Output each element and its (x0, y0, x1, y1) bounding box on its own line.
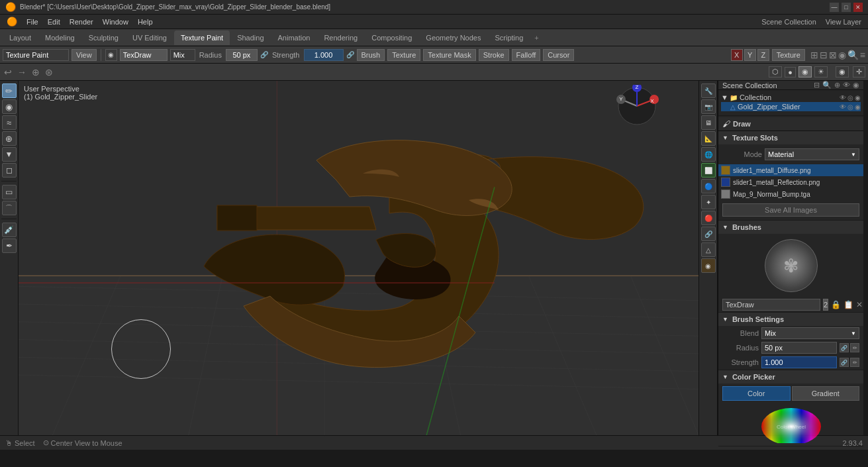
brush-icon[interactable]: ◉ (105, 49, 117, 61)
lasso-mask-tool[interactable]: ⌒ (2, 201, 17, 215)
strength-setting-value[interactable]: 1.000 (761, 356, 837, 368)
shading-solid-icon[interactable]: ● (785, 67, 796, 78)
obj-vis-select-icon[interactable]: ◎ (847, 103, 853, 111)
search-icon[interactable]: 🔍 (847, 50, 859, 60)
tab-uv-editing[interactable]: UV Editing (126, 30, 173, 45)
menu-edit[interactable]: Edit (44, 17, 64, 27)
prop-object-icon[interactable]: ⬜ (701, 163, 716, 178)
mode-selector[interactable]: Texture Paint (3, 49, 69, 61)
outliner-filter-icon[interactable]: ⊟ (814, 81, 820, 89)
tab-sculpting[interactable]: Sculpting (82, 30, 125, 45)
menu-window[interactable]: Window (99, 17, 132, 27)
scene-collection-row[interactable]: ▼ 📁 Collection 👁 ◎ ◉ (721, 93, 861, 102)
radius-pen-icon[interactable]: ✏ (850, 343, 859, 352)
obj-vis-render-icon[interactable]: ◉ (855, 103, 861, 111)
view-icon-1[interactable]: ⊞ (810, 50, 818, 60)
box-mask-tool[interactable]: ▭ (2, 185, 17, 199)
title-bar-controls[interactable]: — □ ✕ (830, 3, 863, 12)
shading-material-icon[interactable]: ◉ (798, 66, 812, 78)
view-icon-4[interactable]: ◉ (838, 50, 846, 60)
menu-render[interactable]: Render (66, 17, 97, 27)
prop-render-icon[interactable]: 📷 (701, 99, 716, 114)
overlay-icon[interactable]: ◉ (836, 66, 849, 78)
x-axis-button[interactable]: X (731, 49, 743, 61)
draw-tool[interactable]: ✏ (2, 83, 17, 98)
prop-constraint-icon[interactable]: 🔗 (701, 227, 716, 241)
texture-slot-2[interactable]: Map_9_Normal_Bump.tga (718, 188, 863, 200)
brush-lock-icon[interactable]: 🔒 (831, 300, 841, 309)
outliner-search-icon[interactable]: 🔍 (822, 81, 832, 89)
prop-scene-icon[interactable]: 🔧 (701, 83, 716, 98)
maximize-button[interactable]: □ (842, 3, 851, 12)
radius-link-icon[interactable]: 🔗 (840, 343, 849, 352)
tab-add-button[interactable]: + (530, 32, 542, 44)
shading-render-icon[interactable]: ☀ (814, 66, 828, 78)
tab-compositing[interactable]: Compositing (365, 30, 418, 45)
tab-animation[interactable]: Animation (271, 30, 317, 45)
viewport-header-icon-4[interactable]: ⊛ (44, 67, 54, 78)
strength-value[interactable]: 1.000 (304, 49, 344, 61)
vis-select-icon[interactable]: ◎ (847, 94, 853, 101)
strength-pen-icon[interactable]: ✏ (850, 358, 859, 367)
brush-name-input[interactable]: TexDraw (120, 49, 168, 61)
texture-button-2[interactable]: Texture (772, 49, 805, 61)
viewport-header-icon-3[interactable]: ⊕ (30, 67, 41, 78)
prop-modifier-icon[interactable]: 🔵 (701, 179, 716, 193)
prop-output-icon[interactable]: 🖥 (701, 115, 716, 130)
smear-tool[interactable]: ≈ (2, 115, 17, 130)
brushes-header[interactable]: ▼ Brushes (718, 221, 863, 234)
sample-color-tool[interactable]: 💉 (2, 223, 17, 237)
brush-copy-icon[interactable]: 📋 (844, 300, 853, 309)
radius-value[interactable]: 50 px (226, 49, 258, 61)
viewport[interactable]: User Perspective (1) Gold_Zipper_Slider … (19, 81, 699, 435)
tab-geometry-nodes[interactable]: Geometry Nodes (419, 30, 487, 45)
prop-world-icon[interactable]: 🌐 (701, 147, 716, 162)
color-tab-color[interactable]: Color (722, 386, 791, 401)
scene-name[interactable]: Scene Collection (757, 17, 820, 27)
shading-wire-icon[interactable]: ⬡ (769, 66, 782, 78)
prop-physics-icon[interactable]: 🔴 (701, 211, 716, 225)
tab-texture-paint[interactable]: Texture Paint (174, 30, 230, 45)
outliner-eye-icon[interactable]: 👁 (843, 81, 850, 89)
z-axis-button[interactable]: Z (757, 49, 769, 61)
cursor-button[interactable]: Cursor (543, 49, 574, 61)
outliner-add-icon[interactable]: ⊕ (834, 81, 840, 89)
filter-icon[interactable]: ≡ (860, 50, 865, 60)
object-row[interactable]: △ Gold_Zipper_Slider 👁 ◎ ◉ (721, 102, 861, 111)
viewport-header-icon-1[interactable]: ↩ (3, 67, 13, 78)
annotate-tool[interactable]: ✒ (2, 238, 17, 253)
viewport-header-icon-2[interactable]: → (16, 67, 28, 78)
prop-material-icon[interactable]: ◉ (701, 258, 716, 273)
strength-link-icon[interactable]: 🔗 (840, 358, 849, 367)
brush-delete-icon[interactable]: ✕ (856, 300, 863, 309)
view-icon-2[interactable]: ⊟ (820, 50, 828, 60)
brush-settings-header[interactable]: ▼ Brush Settings (718, 313, 863, 326)
view-button[interactable]: View (72, 49, 97, 61)
erase-tool[interactable]: ◻ (2, 163, 17, 178)
mode-value[interactable]: Material ▼ (765, 148, 859, 160)
vis-render-icon[interactable]: ◉ (855, 94, 861, 101)
brush-name-field[interactable] (722, 299, 820, 311)
tab-rendering[interactable]: Rendering (317, 30, 364, 45)
clone-tool[interactable]: ⊕ (2, 131, 17, 146)
view-icon-3[interactable]: ⊠ (829, 50, 837, 60)
texture-mask-button[interactable]: Texture Mask (423, 49, 475, 61)
texture-slots-header[interactable]: ▼ Texture Slots (718, 131, 863, 144)
blender-menu[interactable]: 🟠 (3, 15, 21, 28)
view-layer-label[interactable]: View Layer (822, 17, 865, 27)
prop-data-icon[interactable]: △ (701, 242, 716, 257)
menu-help[interactable]: Help (134, 17, 157, 27)
texture-button[interactable]: Texture (387, 49, 420, 61)
tab-modeling[interactable]: Modeling (38, 30, 81, 45)
soften-tool[interactable]: ◉ (2, 99, 17, 114)
stroke-button[interactable]: Stroke (479, 49, 509, 61)
tab-shading[interactable]: Shading (230, 30, 270, 45)
tab-scripting[interactable]: Scripting (488, 30, 530, 45)
menu-file[interactable]: File (23, 17, 42, 27)
color-tab-gradient[interactable]: Gradient (792, 386, 860, 401)
texture-slot-1[interactable]: slider1_metall_Reflection.png (718, 176, 863, 188)
outliner-visible-icon[interactable]: ◉ (853, 81, 859, 89)
texture-slot-0[interactable]: slider1_metall_Diffuse.png (718, 164, 863, 176)
prop-particles-icon[interactable]: ✦ (701, 195, 716, 209)
obj-vis-eye-icon[interactable]: 👁 (840, 103, 846, 111)
